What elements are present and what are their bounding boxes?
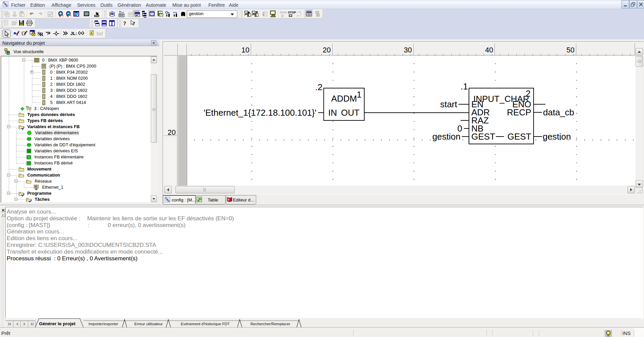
svg-text:STOP: STOP	[288, 11, 296, 14]
svg-text:start: start	[440, 99, 457, 109]
svg-text:ADDM: ADDM	[331, 93, 357, 104]
svg-text:GEST: GEST	[471, 132, 495, 142]
svg-text:JL:: JL:	[70, 31, 77, 36]
svg-text:'Ethernet_1{172.18.100.101}': 'Ethernet_1{172.18.100.101}'	[204, 108, 316, 118]
svg-text:gestion: gestion	[543, 132, 571, 142]
svg-text:?: ?	[133, 21, 135, 26]
svg-text:R: R	[40, 32, 43, 37]
svg-text:A: A	[91, 32, 93, 35]
svg-text:gestion: gestion	[432, 132, 461, 142]
svg-text:D: D	[6, 4, 8, 7]
svg-text:R: R	[80, 32, 82, 35]
svg-text:D: D	[228, 198, 230, 201]
svg-text:.1: .1	[461, 81, 468, 91]
svg-text:D: D	[168, 199, 170, 202]
svg-text:1: 1	[357, 89, 362, 100]
svg-text:B: B	[230, 198, 232, 201]
svg-text:RECP: RECP	[507, 107, 531, 117]
svg-text:IN: IN	[328, 108, 337, 118]
svg-text:OUT: OUT	[341, 108, 360, 118]
svg-text:GEST: GEST	[507, 132, 531, 142]
svg-text:.2: .2	[315, 82, 323, 92]
svg-text:2: 2	[526, 88, 531, 99]
svg-text:?: ?	[123, 20, 126, 27]
svg-text:data_cb: data_cb	[543, 107, 574, 117]
svg-text:RUN: RUN	[280, 11, 287, 14]
